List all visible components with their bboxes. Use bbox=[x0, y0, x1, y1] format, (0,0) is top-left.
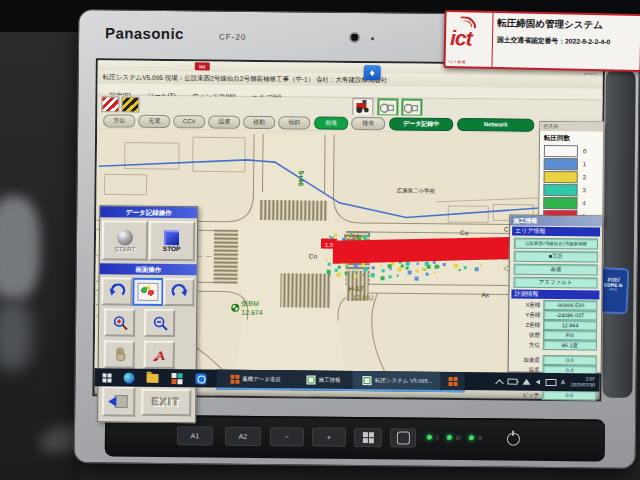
status-pill-incline[interactable]: 傾斜 bbox=[278, 116, 310, 129]
hw-button-a2[interactable]: A2 bbox=[225, 427, 261, 446]
hw-windows-button[interactable] bbox=[354, 428, 382, 447]
battery-led bbox=[427, 434, 432, 439]
heading-label: 方位 bbox=[512, 341, 543, 348]
red-stripe-tool-button[interactable] bbox=[101, 96, 119, 112]
start-button[interactable]: START bbox=[102, 220, 148, 260]
label-station-mark: 5+46 bbox=[298, 170, 305, 186]
zoom-out-button[interactable] bbox=[144, 309, 175, 337]
status-pill-direction[interactable]: 方位 bbox=[103, 114, 135, 127]
task-label: 施工情報 bbox=[318, 376, 340, 383]
pitch-value: 0.0 bbox=[542, 390, 596, 401]
stop-button[interactable]: STOP bbox=[149, 221, 195, 261]
legend-count-2: 2 bbox=[583, 174, 586, 180]
outlook-icon[interactable] bbox=[192, 369, 208, 387]
label-co-2: Co bbox=[460, 229, 469, 236]
sticker-cert-number: 国土交通省認定番号：2022-8-2-2-4-0 bbox=[497, 35, 637, 48]
remote-support-icon[interactable] bbox=[364, 65, 381, 80]
map-view-button[interactable] bbox=[132, 278, 163, 306]
status-pill-movement[interactable]: 移動 bbox=[243, 116, 275, 129]
start-icon bbox=[117, 229, 133, 245]
reverse-button[interactable]: 後進 bbox=[351, 117, 385, 130]
legend-count-1: 1 bbox=[583, 161, 586, 167]
status-pill-charge[interactable]: 充電 bbox=[138, 115, 170, 128]
label-h17: H-17 bbox=[348, 285, 363, 292]
brand-logo: Panasonic bbox=[105, 24, 184, 42]
zoom-in-button[interactable] bbox=[104, 308, 135, 336]
yellow-stripe-tool-button[interactable] bbox=[121, 97, 139, 113]
ict-mini-badge: ict bbox=[195, 62, 210, 70]
z-coord-value: 12.844 bbox=[543, 320, 597, 331]
windows-start-button[interactable] bbox=[97, 368, 115, 386]
task-button-compaction-app[interactable]: 転圧システム V5.095... bbox=[352, 371, 442, 392]
hw-button-minus[interactable]: − bbox=[270, 427, 304, 446]
forward-button[interactable]: 前進 bbox=[314, 117, 348, 130]
edge-icon[interactable] bbox=[120, 369, 136, 387]
keyboard-icon[interactable] bbox=[544, 373, 556, 391]
heading-value: 86.1度 bbox=[543, 340, 597, 351]
hw-rotate-button[interactable] bbox=[390, 428, 416, 447]
task-button-misc[interactable] bbox=[440, 372, 464, 392]
roller-select-button-2[interactable] bbox=[401, 98, 422, 116]
taskbar-clock[interactable]: 2:07 2025/07/30 bbox=[568, 373, 597, 391]
data-send-app-icon bbox=[230, 374, 239, 383]
legend-item: 2 bbox=[544, 171, 603, 184]
tray-chevron-icon[interactable] bbox=[494, 372, 504, 390]
legend-swatch-2 bbox=[544, 171, 578, 183]
wireless-led bbox=[447, 434, 452, 439]
pinned-app-icon[interactable] bbox=[168, 369, 184, 387]
legend-count-0: 0 bbox=[583, 148, 586, 154]
status-pill-temperature[interactable]: 温度 bbox=[208, 115, 240, 128]
hw-button-a1[interactable]: A1 bbox=[177, 426, 213, 445]
light-sensor bbox=[371, 37, 374, 40]
material-field: アスファルト bbox=[513, 277, 597, 289]
y-coord-label: Y座標 bbox=[512, 311, 543, 318]
legend-window: 色凡例 転圧回数 0 1 2 3 4 5 bbox=[538, 121, 604, 227]
svg-text:A: A bbox=[155, 348, 165, 363]
certification-sticker: ict ICT建機 転圧締固め管理システム 国土交通省認定番号：2022-8-2… bbox=[443, 10, 640, 72]
task-button-info[interactable]: 施工情報 bbox=[292, 370, 354, 391]
status-leds: ▯ ))) ◷ bbox=[427, 434, 482, 441]
ict-logo: ict ICT建機 bbox=[445, 12, 493, 67]
clock-date: 2025/07/30 bbox=[571, 382, 595, 388]
benchmark-symbol bbox=[232, 304, 239, 311]
legend-item: 4 bbox=[543, 197, 602, 210]
screen: ict 転圧システムV5.095 現場：公設東西2号線仙台2号舗装補修工事（中-… bbox=[92, 58, 605, 401]
pan-button[interactable] bbox=[104, 340, 135, 368]
legend-swatch-1 bbox=[544, 158, 578, 170]
annotation-button[interactable]: A bbox=[144, 341, 175, 369]
legend-item: 1 bbox=[544, 158, 603, 171]
work-section-field: ■工区 bbox=[514, 251, 598, 263]
power-button[interactable] bbox=[507, 433, 520, 446]
webcam bbox=[351, 34, 358, 41]
info-window-title: 施工情報 bbox=[510, 216, 602, 227]
wifi-icon[interactable] bbox=[520, 373, 531, 391]
file-explorer-icon[interactable] bbox=[144, 369, 160, 387]
status-pill-ccv[interactable]: CCV bbox=[173, 115, 205, 128]
hw-button-plus[interactable]: + bbox=[312, 428, 346, 447]
exit-label: EXIT bbox=[152, 396, 181, 408]
legend-swatch-4 bbox=[543, 197, 577, 209]
exit-button[interactable]: EXIT bbox=[141, 388, 191, 416]
area-info-header: エリア情報 bbox=[512, 227, 600, 237]
label-benchmark: 仮BM bbox=[241, 300, 259, 307]
info-window: 施工情報 エリア情報 公設東西2号線仙台2号舗装補修 ■工区 表層 アスファルト… bbox=[508, 215, 604, 374]
roller-select-button-1[interactable] bbox=[377, 98, 398, 116]
back-button[interactable] bbox=[102, 386, 135, 416]
ime-indicator[interactable]: A bbox=[558, 373, 567, 391]
fix-status-label: 状態 bbox=[512, 331, 543, 338]
layer-field: 表層 bbox=[514, 264, 598, 276]
battery-icon[interactable] bbox=[506, 373, 518, 391]
task-label: 重機データ送信 bbox=[242, 375, 281, 382]
background-object bbox=[0, 300, 32, 370]
power-led bbox=[469, 435, 474, 440]
ict-logo-text: ict bbox=[450, 26, 472, 50]
rotate-left-button[interactable] bbox=[101, 277, 132, 305]
legend-item: 3 bbox=[543, 184, 602, 197]
y-coord-value: -24086.037 bbox=[543, 310, 597, 321]
pitch-label: ピッチ bbox=[511, 391, 542, 398]
rotate-right-button[interactable] bbox=[163, 278, 194, 306]
background-object bbox=[0, 196, 40, 300]
roller-machine-button[interactable] bbox=[352, 98, 373, 116]
task-button-data-send[interactable]: 重機データ送信 bbox=[216, 370, 294, 391]
volume-icon[interactable] bbox=[533, 373, 542, 391]
